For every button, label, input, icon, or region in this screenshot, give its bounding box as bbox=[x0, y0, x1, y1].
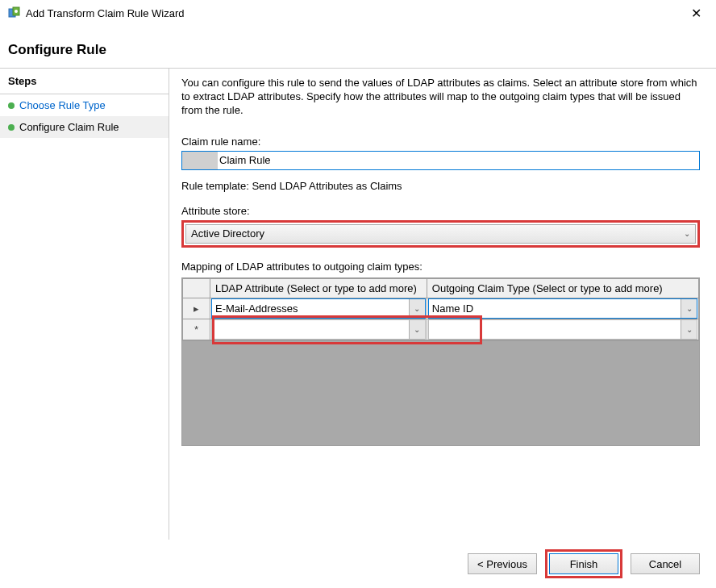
steps-sidebar: Steps Choose Rule Type Configure Claim R… bbox=[0, 69, 169, 540]
row-marker[interactable]: * bbox=[183, 319, 210, 340]
chevron-down-icon[interactable]: ⌄ bbox=[409, 299, 425, 318]
titlebar: Add Transform Claim Rule Wizard ✕ bbox=[0, 0, 716, 26]
button-bar: < Previous Finish Cancel bbox=[0, 540, 716, 588]
chevron-down-icon: ⌄ bbox=[684, 229, 690, 238]
chevron-down-icon[interactable]: ⌄ bbox=[681, 299, 697, 318]
outgoing-claim-value: Name ID bbox=[429, 302, 681, 315]
claim-rule-name-input-wrap[interactable] bbox=[181, 151, 700, 170]
outgoing-claim-combo[interactable]: Name ID ⌄ bbox=[428, 298, 697, 319]
close-button[interactable]: ✕ bbox=[685, 6, 708, 21]
table-row: ▸ E-Mail-Addresses ⌄ Name ID bbox=[183, 298, 699, 319]
highlight-attribute-store: Active Directory ⌄ bbox=[181, 220, 700, 248]
svg-point-2 bbox=[15, 10, 18, 13]
ldap-attribute-combo[interactable]: ⌄ bbox=[211, 319, 426, 340]
bullet-icon bbox=[8, 102, 15, 109]
highlight-finish: Finish bbox=[545, 549, 622, 578]
sidebar-item-choose-rule-type[interactable]: Choose Rule Type bbox=[0, 94, 169, 116]
sidebar-item-label: Choose Rule Type bbox=[19, 99, 106, 111]
table-empty-area bbox=[181, 341, 700, 446]
page-heading: Configure Rule bbox=[0, 26, 716, 68]
outgoing-claim-type-header: Outgoing Claim Type (Select or type to a… bbox=[427, 278, 698, 298]
mapping-label: Mapping of LDAP attributes to outgoing c… bbox=[181, 261, 700, 273]
table-row: * ⌄ ⌄ bbox=[183, 319, 699, 340]
row-header-blank bbox=[183, 278, 210, 298]
main-panel: You can configure this rule to send the … bbox=[169, 69, 716, 540]
chevron-down-icon[interactable]: ⌄ bbox=[681, 320, 697, 339]
mapping-table: LDAP Attribute (Select or type to add mo… bbox=[181, 277, 700, 341]
ldap-attribute-header: LDAP Attribute (Select or type to add mo… bbox=[210, 278, 427, 298]
claim-rule-name-input[interactable] bbox=[218, 152, 699, 169]
previous-button[interactable]: < Previous bbox=[468, 553, 537, 574]
mapping-container: LDAP Attribute (Select or type to add mo… bbox=[181, 277, 700, 446]
attribute-store-label: Attribute store: bbox=[181, 205, 700, 217]
outgoing-claim-combo[interactable]: ⌄ bbox=[428, 319, 697, 340]
rule-template-text: Rule template: Send LDAP Attributes as C… bbox=[181, 180, 700, 192]
window-title: Add Transform Claim Rule Wizard bbox=[26, 7, 685, 19]
sidebar-item-configure-claim-rule[interactable]: Configure Claim Rule bbox=[0, 116, 169, 138]
sidebar-item-label: Configure Claim Rule bbox=[19, 121, 119, 133]
wizard-icon bbox=[8, 6, 21, 19]
ldap-attribute-value: E-Mail-Addresses bbox=[212, 302, 409, 315]
attribute-store-dropdown[interactable]: Active Directory ⌄ bbox=[185, 224, 696, 244]
claim-rule-name-label: Claim rule name: bbox=[181, 136, 700, 148]
sidebar-header: Steps bbox=[0, 69, 169, 94]
finish-button[interactable]: Finish bbox=[549, 553, 618, 574]
input-selection-prefix bbox=[182, 152, 218, 169]
row-marker[interactable]: ▸ bbox=[183, 298, 210, 319]
ldap-attribute-combo[interactable]: E-Mail-Addresses ⌄ bbox=[211, 298, 426, 319]
bullet-icon bbox=[8, 124, 15, 131]
description-text: You can configure this rule to send the … bbox=[181, 77, 700, 118]
attribute-store-value: Active Directory bbox=[191, 227, 264, 240]
chevron-down-icon[interactable]: ⌄ bbox=[409, 320, 425, 339]
cancel-button[interactable]: Cancel bbox=[631, 553, 700, 574]
